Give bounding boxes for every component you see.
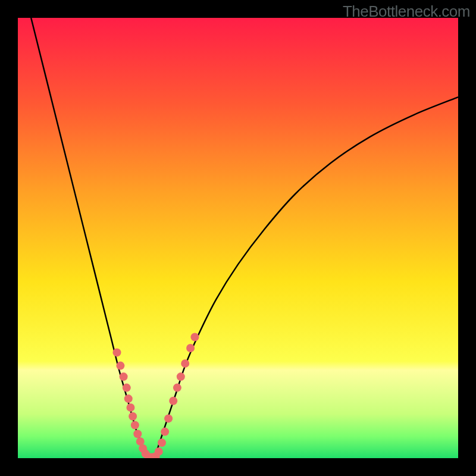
scatter-dot xyxy=(133,430,142,438)
scatter-dot xyxy=(161,428,169,436)
scatter-dot xyxy=(131,421,139,430)
scatter-dot xyxy=(190,333,199,342)
scatter-dot xyxy=(116,362,124,370)
scatter-dot xyxy=(124,394,133,403)
scatter-dot xyxy=(129,412,137,421)
scatter-dot xyxy=(120,372,128,381)
scatter-dot xyxy=(164,414,173,422)
scatter-dot xyxy=(181,359,189,368)
scatter-dot xyxy=(169,397,177,405)
scatter-dot xyxy=(155,447,163,456)
scatter-dot xyxy=(158,439,166,447)
gradient-background xyxy=(18,18,458,458)
scatter-dot xyxy=(177,372,185,381)
scatter-dot xyxy=(113,348,121,356)
plot-area xyxy=(18,18,458,458)
scatter-dot xyxy=(173,384,181,392)
scatter-dot xyxy=(186,344,195,352)
scatter-dot xyxy=(123,384,131,392)
scatter-dot xyxy=(126,403,134,412)
chart-svg xyxy=(18,18,458,458)
chart-frame: TheBottleneck.com xyxy=(0,0,476,476)
